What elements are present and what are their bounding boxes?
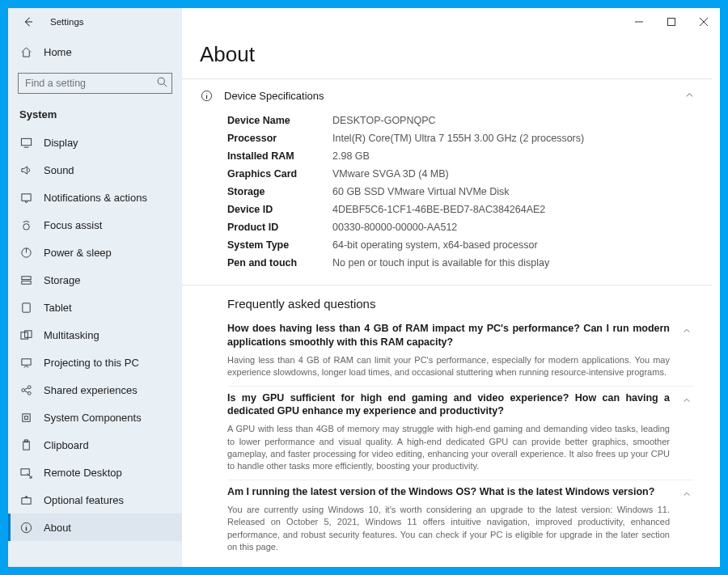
spec-row: Device ID4DEBF5C6-1CF1-46BE-BED7-8AC3842… [227, 201, 694, 218]
settings-window: Settings Home System Display [8, 8, 720, 567]
window-title: Settings [50, 17, 84, 27]
sidebar-item-optional[interactable]: Optional features [8, 486, 182, 514]
window-controls [623, 11, 720, 33]
faq-answer: Having less than 4 GB of RAM can limit y… [227, 354, 670, 379]
spec-value: Intel(R) Core(TM) Ultra 7 155H 3.00 GHz … [332, 131, 584, 146]
sidebar-item-label: Storage [44, 274, 81, 286]
spec-label: Pen and touch [227, 256, 332, 270]
sidebar-item-label: Power & sleep [44, 247, 112, 259]
faq-item[interactable]: Is my GPU sufficient for high end gaming… [227, 386, 694, 480]
svg-point-1 [158, 78, 164, 84]
spec-label: Storage [227, 184, 332, 199]
svg-rect-3 [21, 193, 30, 200]
about-icon [19, 521, 32, 534]
optional-icon [19, 493, 32, 506]
sidebar-item-notifications[interactable]: Notifications & actions [8, 184, 182, 211]
minimize-button[interactable] [623, 11, 655, 33]
sidebar-item-label: Clipboard [44, 439, 89, 451]
spec-label: Device ID [227, 202, 332, 217]
sidebar-item-label: System Components [44, 412, 142, 424]
sidebar: Home System Display Sound Notifications … [8, 8, 182, 567]
sidebar-item-label: Focus assist [44, 219, 102, 231]
spec-row: System Type64-bit operating system, x64-… [227, 236, 694, 254]
chevron-up-icon [683, 395, 691, 407]
faq-section-title: Frequently asked questions [182, 285, 712, 317]
spec-value: 00330-80000-00000-AA512 [332, 220, 457, 235]
faq-item[interactable]: Am I running the latest version of the W… [227, 480, 694, 560]
sidebar-item-display[interactable]: Display [8, 129, 182, 156]
spec-value: 4DEBF5C6-1CF1-46BE-BED7-8AC384264AE2 [332, 202, 545, 217]
chevron-up-icon [683, 488, 691, 501]
sidebar-item-label: Shared experiences [44, 384, 138, 396]
clipboard-icon [19, 438, 32, 451]
components-icon [19, 411, 32, 424]
sidebar-item-power[interactable]: Power & sleep [8, 239, 182, 266]
search-input[interactable] [18, 73, 172, 94]
sidebar-item-label: Multitasking [44, 329, 99, 341]
content-scroll[interactable]: Device Specifications Device NameDESKTOP… [182, 78, 720, 567]
multitasking-icon [19, 328, 32, 341]
svg-rect-7 [21, 281, 30, 284]
spec-label: Product ID [227, 220, 332, 235]
search-wrap [8, 68, 182, 102]
device-specs-grid: Device NameDESKTOP-GOPNQPC ProcessorInte… [182, 112, 712, 285]
sidebar-item-label: Notifications & actions [44, 192, 147, 204]
remote-icon [19, 466, 32, 479]
maximize-button[interactable] [655, 11, 688, 33]
spec-row: Product ID00330-80000-00000-AA512 [227, 218, 694, 236]
chevron-up-icon [683, 325, 691, 337]
faq-question: Am I running the latest version of the W… [227, 485, 670, 499]
faq-question: How does having less than 4 GB of RAM im… [227, 322, 670, 349]
faq-item[interactable]: How does having less than 4 GB of RAM im… [227, 317, 694, 386]
device-specs-header[interactable]: Device Specifications [182, 79, 712, 112]
sidebar-item-multitasking[interactable]: Multitasking [8, 321, 182, 349]
sidebar-item-storage[interactable]: Storage [8, 266, 182, 294]
faq-answer: You are currently using Windows 10, it's… [227, 504, 670, 554]
sidebar-item-clipboard[interactable]: Clipboard [8, 431, 182, 459]
spec-value: VMware SVGA 3D (4 MB) [332, 167, 449, 181]
section-title: Device Specifications [224, 90, 674, 102]
sidebar-item-sound[interactable]: Sound [8, 156, 182, 184]
svg-rect-20 [21, 497, 30, 504]
spec-label: System Type [227, 238, 332, 252]
main-content: About Device Specifications Device NameD… [182, 8, 720, 567]
chevron-up-icon [685, 90, 694, 102]
minimize-icon [635, 18, 643, 26]
back-button[interactable] [19, 14, 36, 30]
spec-row: Graphics CardVMware SVGA 3D (4 MB) [227, 165, 694, 183]
sidebar-item-tablet[interactable]: Tablet [8, 294, 182, 321]
sidebar-item-shared[interactable]: Shared experiences [8, 376, 182, 404]
titlebar: Settings [8, 8, 720, 36]
sidebar-item-components[interactable]: System Components [8, 404, 182, 431]
sidebar-item-label: Projecting to this PC [44, 357, 139, 369]
display-icon [19, 136, 32, 149]
sidebar-item-focus-assist[interactable]: Focus assist [8, 211, 182, 239]
home-icon [19, 45, 32, 58]
sidebar-item-label: Remote Desktop [44, 467, 122, 479]
spec-row: Pen and touchNo pen or touch input is av… [227, 254, 694, 272]
sidebar-item-label: Optional features [44, 494, 124, 506]
sidebar-item-remote[interactable]: Remote Desktop [8, 459, 182, 486]
shared-icon [19, 383, 32, 396]
projecting-icon [19, 356, 32, 369]
svg-point-14 [28, 391, 31, 395]
spec-value: 2.98 GB [332, 149, 370, 163]
sidebar-item-about[interactable]: About [8, 514, 182, 541]
arrow-left-icon [22, 16, 33, 27]
storage-icon [19, 273, 32, 286]
info-icon [200, 89, 213, 102]
home-label: Home [44, 46, 72, 58]
power-icon [19, 246, 32, 259]
sidebar-item-label: About [44, 522, 71, 534]
sidebar-item-label: Tablet [44, 302, 72, 314]
sidebar-item-projecting[interactable]: Projecting to this PC [8, 349, 182, 376]
spec-label: Graphics Card [227, 167, 332, 181]
close-button[interactable] [688, 11, 720, 33]
svg-point-13 [28, 385, 31, 388]
tablet-icon [19, 301, 32, 314]
home-nav-item[interactable]: Home [8, 36, 182, 68]
svg-rect-8 [22, 302, 29, 311]
search-icon [157, 77, 167, 90]
svg-rect-16 [24, 416, 28, 419]
faq-answer: A GPU with less than 4GB of memory may s… [227, 423, 670, 473]
